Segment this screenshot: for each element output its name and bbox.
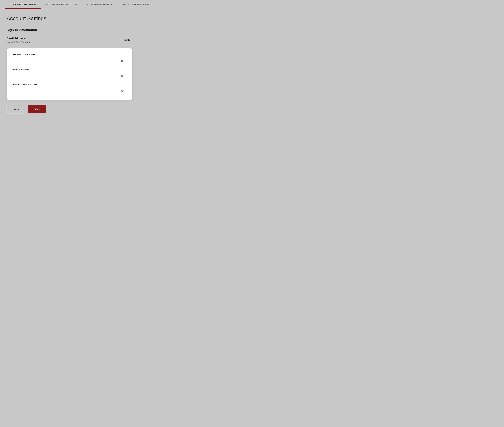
eye-slash-icon [120,59,125,63]
confirm-password-field-group: CONFIRM PASSWORD [12,84,128,95]
email-info: Email Address example@email.com [7,37,30,43]
svg-line-8 [121,90,125,93]
new-password-input[interactable] [12,72,128,80]
password-card: CURRENT PASSWORD NEW PASSWORD [7,48,132,100]
tab-my-subscriptions[interactable]: MY SUBSCRIPTIONS [119,0,154,9]
current-password-label: CURRENT PASSWORD [12,53,128,56]
chevron-right-icon: › [132,39,132,42]
button-row: Cancel Save [7,105,142,113]
section-title: Sign-in Information [7,28,142,32]
confirm-password-label: CONFIRM PASSWORD [12,84,128,86]
page-content: Account Settings Sign-in Information Ema… [0,9,149,123]
eye-slash-icon [120,89,125,93]
email-label: Email Address [7,37,30,40]
confirm-password-wrapper [12,87,128,95]
update-email-link[interactable]: Update › [121,39,132,42]
svg-line-5 [121,75,125,78]
tab-navigation: ACCOUNT SETTINGS PAYMENT INFORMATION PUR… [0,0,504,9]
toggle-confirm-password-button[interactable] [120,89,125,93]
new-password-label: NEW PASSWORD [12,68,128,71]
new-password-wrapper [12,72,128,80]
update-label: Update [121,39,130,42]
confirm-password-input[interactable] [12,87,128,95]
email-value: example@email.com [7,41,30,43]
tab-payment-information[interactable]: PAYMENT INFORMATION [41,0,82,9]
cancel-button[interactable]: Cancel [7,105,25,113]
page-title: Account Settings [7,15,142,22]
svg-line-2 [121,59,125,63]
current-password-wrapper [12,57,128,65]
current-password-input[interactable] [12,57,128,65]
new-password-field-group: NEW PASSWORD [12,68,128,80]
current-password-field-group: CURRENT PASSWORD [12,53,128,65]
toggle-current-password-button[interactable] [120,59,125,63]
save-button[interactable]: Save [28,106,46,113]
eye-slash-icon [120,74,125,78]
tab-purchase-history[interactable]: PURCHASE HISTORY [82,0,119,9]
toggle-new-password-button[interactable] [120,74,125,78]
email-row: Email Address example@email.com Update › [7,37,132,43]
tab-account-settings[interactable]: ACCOUNT SETTINGS [5,0,41,9]
